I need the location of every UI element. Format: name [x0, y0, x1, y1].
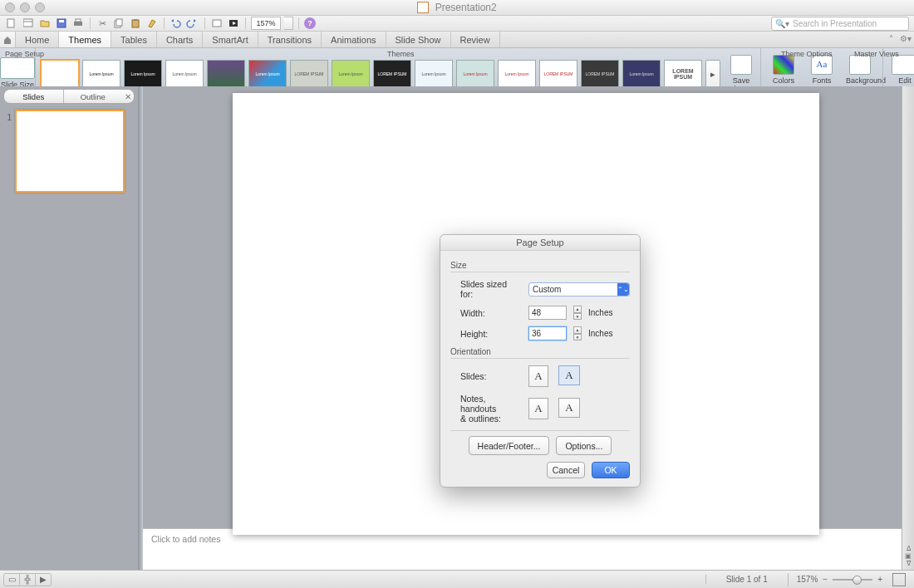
options-button[interactable]: Options... — [556, 436, 612, 455]
width-input[interactable]: 48 — [528, 306, 567, 320]
slides-orient-label: Slides: — [460, 371, 522, 381]
dialog-title: Page Setup — [440, 235, 640, 251]
slides-sized-for-select[interactable]: Custom ⌃⌄ — [528, 282, 630, 296]
cancel-button[interactable]: Cancel — [547, 462, 585, 478]
height-input[interactable]: 36 — [528, 326, 567, 341]
height-unit: Inches — [588, 329, 612, 338]
slides-landscape-button[interactable]: A — [558, 365, 580, 385]
height-label: Height: — [460, 329, 522, 339]
width-label: Width: — [460, 308, 522, 318]
header-footer-button[interactable]: Header/Footer... — [469, 436, 550, 455]
size-section-label: Size — [450, 261, 630, 270]
notes-orient-label: Notes, handouts& outlines: — [460, 394, 522, 424]
slides-portrait-button[interactable]: A — [528, 365, 548, 387]
notes-landscape-button[interactable]: A — [558, 398, 580, 418]
modal-overlay: Page Setup Size Slides sized for: Custom… — [0, 0, 914, 588]
orientation-section-label: Orientation — [450, 347, 630, 356]
slides-sized-for-value: Custom — [533, 285, 561, 294]
width-unit: Inches — [588, 308, 612, 317]
chevron-updown-icon: ⌃⌄ — [617, 283, 629, 296]
height-stepper[interactable]: ▲▼ — [573, 326, 582, 341]
page-setup-dialog: Page Setup Size Slides sized for: Custom… — [440, 234, 641, 488]
slides-sized-for-label: Slides sized for: — [460, 279, 522, 299]
width-stepper[interactable]: ▲▼ — [573, 306, 582, 320]
notes-portrait-button[interactable]: A — [528, 398, 548, 419]
ok-button[interactable]: OK — [592, 462, 630, 478]
